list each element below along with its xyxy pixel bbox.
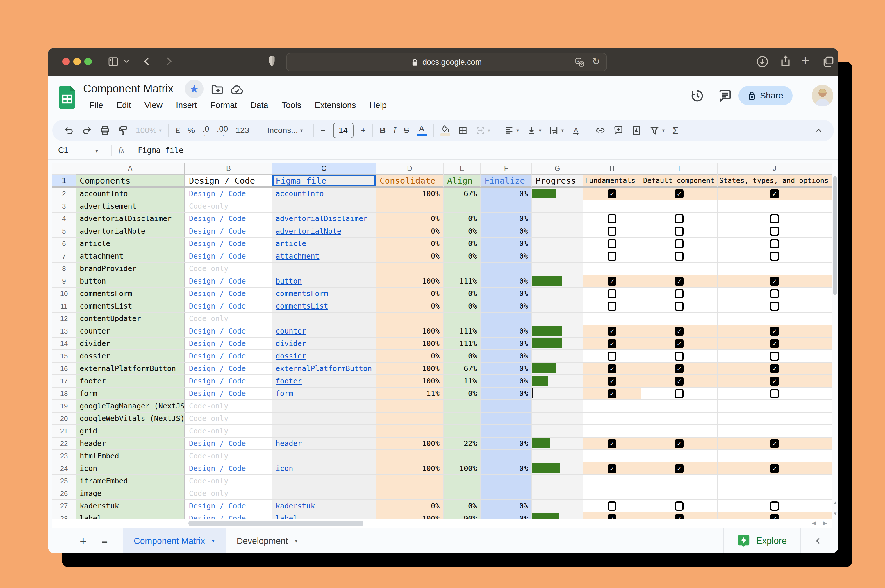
cell-E16[interactable]: 67% [444,363,481,375]
cell-H8[interactable] [583,262,641,275]
cell-J15[interactable] [718,350,832,363]
row-header-12[interactable]: 12 [52,313,76,325]
cell-B13[interactable]: Design / Code [185,325,272,338]
checkbox-checked[interactable]: ✓ [770,327,779,336]
cell-I9[interactable]: ✓ [641,275,718,288]
cell-I8[interactable] [641,262,718,275]
row-header-10[interactable]: 10 [52,288,76,300]
cell-C25[interactable] [272,475,376,488]
row-header-22[interactable]: 22 [52,438,76,450]
close-window-button[interactable] [62,58,70,65]
cell-D2[interactable]: 100% [376,188,444,200]
cell-E13[interactable]: 111% [444,325,481,338]
cell-F21[interactable] [481,425,532,438]
cell-D28[interactable]: 100% [376,513,444,520]
cell-G21[interactable] [532,425,583,438]
checkbox-unchecked[interactable] [675,239,683,248]
row-header-20[interactable]: 20 [52,412,76,425]
cell-F28[interactable]: 0% [481,513,532,520]
font-size-input[interactable]: 14 [330,122,357,139]
cell-C9[interactable]: button [272,275,376,288]
share-button[interactable]: Share [739,86,793,105]
cell-C4[interactable]: advertorialDisclaimer [272,213,376,225]
cell-C13[interactable]: counter [272,325,376,338]
row-header-7[interactable]: 7 [52,250,76,262]
cell-I21[interactable] [641,425,718,438]
figma-link-commentsForm[interactable]: commentsForm [275,290,328,298]
checkbox-unchecked[interactable] [608,239,616,248]
row-header-17[interactable]: 17 [52,375,76,387]
cell-D25[interactable] [376,475,444,488]
cell-J4[interactable] [718,213,832,225]
checkbox-unchecked[interactable] [675,501,683,511]
figma-link-dossier[interactable]: dossier [275,352,306,360]
cell-C27[interactable]: kaderstuk [272,500,376,513]
cell-J20[interactable] [718,412,832,425]
checkbox-unchecked[interactable] [608,214,616,224]
cell-H3[interactable] [583,200,641,213]
figma-link-article[interactable]: article [275,239,306,248]
cell-H5[interactable] [583,225,641,238]
cell-H18[interactable]: ✓ [583,387,641,400]
cell-D27[interactable]: 0% [376,500,444,513]
cell-I19[interactable] [641,400,718,412]
row-header-1[interactable]: 1 [52,175,76,188]
insert-link-button[interactable] [592,122,610,139]
cell-E12[interactable] [444,313,481,325]
cell-D9[interactable]: 100% [376,275,444,288]
cell-A23[interactable]: htmlEmbed [76,450,185,462]
cell-D15[interactable]: 0% [376,350,444,363]
horizontal-scrollbar[interactable]: ◀ ▶ [52,519,832,528]
column-header-B[interactable]: B [185,163,272,175]
cell-C3[interactable] [272,200,376,213]
cell-G26[interactable] [532,488,583,500]
checkbox-checked[interactable]: ✓ [675,376,683,386]
cell-D17[interactable]: 100% [376,375,444,387]
cell-H27[interactable] [583,500,641,513]
cell-J14[interactable]: ✓ [718,338,832,350]
cell-G22[interactable] [532,438,583,450]
cell-B27[interactable]: Design / Code [185,500,272,513]
sidebar-chevron-icon[interactable] [123,57,130,65]
cell-G28[interactable] [532,513,583,520]
cell-B6[interactable]: Design / Code [185,238,272,250]
cell-F26[interactable] [481,488,532,500]
cell-F19[interactable] [481,400,532,412]
cell-C10[interactable]: commentsForm [272,288,376,300]
cell-C21[interactable] [272,425,376,438]
menu-view[interactable]: View [144,100,163,110]
row-header-8[interactable]: 8 [52,262,76,275]
cell-H23[interactable] [583,450,641,462]
font-select[interactable]: Incons...▾ [259,122,310,139]
checkbox-checked[interactable]: ✓ [675,364,683,373]
cloud-saved-icon[interactable] [230,83,244,97]
back-button[interactable] [141,55,154,68]
cell-A1[interactable]: Components [76,175,185,188]
cell-F14[interactable]: 0% [481,338,532,350]
cell-B21[interactable]: Code-only [185,425,272,438]
row-header-16[interactable]: 16 [52,363,76,375]
cell-J18[interactable] [718,387,832,400]
cell-I4[interactable] [641,213,718,225]
cell-H21[interactable] [583,425,641,438]
horizontal-align-button[interactable]: ▾ [500,122,523,139]
cell-A18[interactable]: form [76,387,185,400]
cell-A20[interactable]: googleWebVitals (NextJS) [76,412,185,425]
cell-H4[interactable] [583,213,641,225]
row-header-2[interactable]: 2 [52,188,76,200]
checkbox-checked[interactable]: ✓ [675,327,683,336]
cell-A5[interactable]: advertorialNote [76,225,185,238]
figma-link-commentsList[interactable]: commentsList [275,302,328,310]
cell-A24[interactable]: icon [76,462,185,475]
cell-B5[interactable]: Design / Code [185,225,272,238]
tab-development[interactable]: Development▾ [226,528,309,553]
italic-button[interactable]: I [389,122,400,139]
checkbox-checked[interactable]: ✓ [770,364,779,373]
cell-J27[interactable] [718,500,832,513]
add-sheet-button[interactable]: + [77,534,90,548]
row-header-15[interactable]: 15 [52,350,76,363]
cell-C15[interactable]: dossier [272,350,376,363]
decrease-font-size-button[interactable]: − [317,122,329,139]
cell-H16[interactable]: ✓ [583,363,641,375]
cell-B18[interactable]: Design / Code [185,387,272,400]
